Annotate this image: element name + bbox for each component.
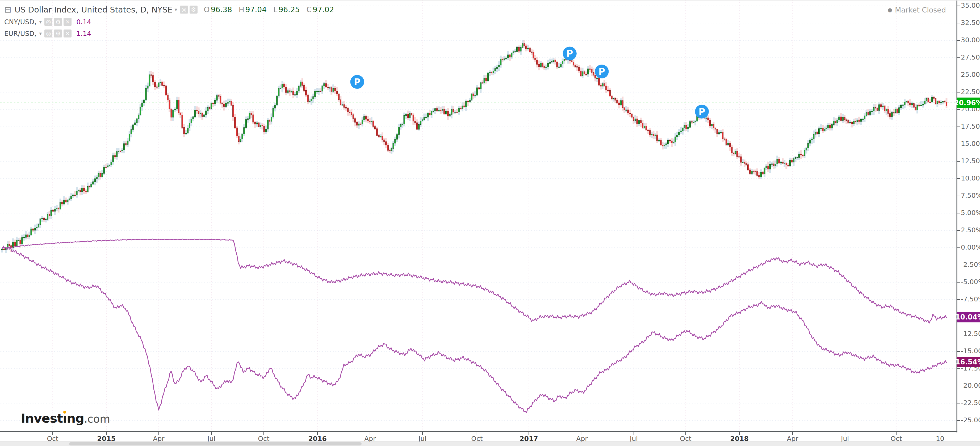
price-axis-label: 27.50% xyxy=(961,54,980,61)
ohlc-values: O96.38 H97.04 L96.25 C97.02 xyxy=(204,5,334,14)
price-axis-label: 0.00% xyxy=(961,243,980,251)
svg-text:P: P xyxy=(699,106,705,117)
position-marker[interactable]: P xyxy=(695,105,709,119)
legend-panel: ⊟ US Dollar Index, United States, D, NYS… xyxy=(4,4,334,39)
gear-icon[interactable]: ⚙ xyxy=(54,30,62,38)
eye-icon[interactable]: ◎ xyxy=(180,6,188,14)
price-axis-label: 7.50% xyxy=(961,192,980,199)
close-value: 97.02 xyxy=(313,5,334,14)
scrollbar-thumb[interactable] xyxy=(69,442,361,446)
position-marker[interactable]: P xyxy=(563,46,577,60)
gear-icon[interactable]: ⚙ xyxy=(189,6,197,14)
eye-icon[interactable]: ◎ xyxy=(45,30,52,38)
price-chart-canvas[interactable]: PPPP xyxy=(0,0,980,446)
price-axis-label: -20.00% xyxy=(961,382,980,389)
price-axis-label: 22.50% xyxy=(961,88,980,96)
price-axis-label: -5.00% xyxy=(961,278,980,286)
horizontal-scrollbar[interactable] xyxy=(0,441,980,446)
price-axis-label: 25.00% xyxy=(961,71,980,78)
current-value-badge: -16.54% xyxy=(957,357,980,367)
current-value-badge: 20.96% xyxy=(957,98,980,108)
position-marker[interactable]: P xyxy=(350,75,364,89)
svg-text:P: P xyxy=(598,66,605,77)
status-dot-icon: ● xyxy=(888,6,892,13)
chevron-down-icon[interactable]: ▾ xyxy=(175,6,177,13)
chart-area[interactable]: PPPP 35.00%32.50%30.00%27.50%25.00%22.50… xyxy=(0,0,980,446)
overlay-row-eur: EUR/USD, ▾ ◎ ⚙ × 1.14 xyxy=(4,28,334,39)
overlay-row-cny: CNY/USD, ▾ ◎ ⚙ × 0.14 xyxy=(4,16,334,27)
open-label: O xyxy=(204,5,210,14)
logo-suffix: .com xyxy=(84,413,110,425)
svg-text:P: P xyxy=(354,76,361,87)
main-symbol-row: ⊟ US Dollar Index, United States, D, NYS… xyxy=(4,4,334,16)
close-label: C xyxy=(307,5,312,14)
collapse-legend-icon[interactable]: ⊟ xyxy=(4,5,11,14)
svg-text:P: P xyxy=(566,48,573,59)
overlay-value: 0.14 xyxy=(76,18,91,26)
low-label: L xyxy=(273,5,278,14)
overlay-value: 1.14 xyxy=(76,30,91,38)
overlay-symbol[interactable]: CNY/USD, xyxy=(4,18,37,26)
investing-logo: Investıng.com xyxy=(21,411,110,425)
low-value: 96.25 xyxy=(278,5,300,14)
price-axis-label: -15.00% xyxy=(961,347,980,355)
market-status: ●Market Closed xyxy=(888,6,946,14)
price-axis-label: 17.50% xyxy=(961,122,980,130)
price-axis-label: -12.50% xyxy=(961,330,980,338)
high-label: H xyxy=(239,5,244,14)
price-axis-label: -25.00% xyxy=(961,416,980,424)
eye-icon[interactable]: ◎ xyxy=(45,18,52,26)
price-axis-label: 35.00% xyxy=(961,2,980,9)
logo-text: Investıng xyxy=(21,411,84,425)
price-axis-label: 15.00% xyxy=(961,140,980,148)
position-marker[interactable]: P xyxy=(595,65,609,78)
close-icon[interactable]: × xyxy=(64,18,72,26)
chevron-down-icon[interactable]: ▾ xyxy=(39,30,42,37)
current-value-badge: -10.04% xyxy=(957,312,980,322)
symbol-title[interactable]: US Dollar Index, United States, D, NYSE xyxy=(14,5,173,14)
chart-page: { "header": { "title": "US Dollar Index,… xyxy=(0,0,980,446)
gear-icon[interactable]: ⚙ xyxy=(54,18,62,26)
market-status-text: Market Closed xyxy=(895,6,946,14)
price-axis-label: 10.00% xyxy=(961,175,980,182)
price-axis-label: -7.50% xyxy=(961,295,980,303)
price-axis-label: 2.50% xyxy=(961,226,980,234)
price-axis-label: -22.50% xyxy=(961,399,980,407)
overlay-symbol[interactable]: EUR/USD, xyxy=(4,30,37,38)
logo-orange-dot: ı xyxy=(63,411,67,425)
high-value: 97.04 xyxy=(245,5,267,14)
open-value: 96.38 xyxy=(211,5,232,14)
close-icon[interactable]: × xyxy=(64,30,72,38)
price-axis-label: 32.50% xyxy=(961,19,980,27)
price-axis-label: 30.00% xyxy=(961,36,980,44)
price-axis-label: -2.50% xyxy=(961,261,980,268)
price-axis-label: 12.50% xyxy=(961,157,980,165)
chevron-down-icon[interactable]: ▾ xyxy=(39,19,42,25)
price-axis-label: 5.00% xyxy=(961,209,980,217)
